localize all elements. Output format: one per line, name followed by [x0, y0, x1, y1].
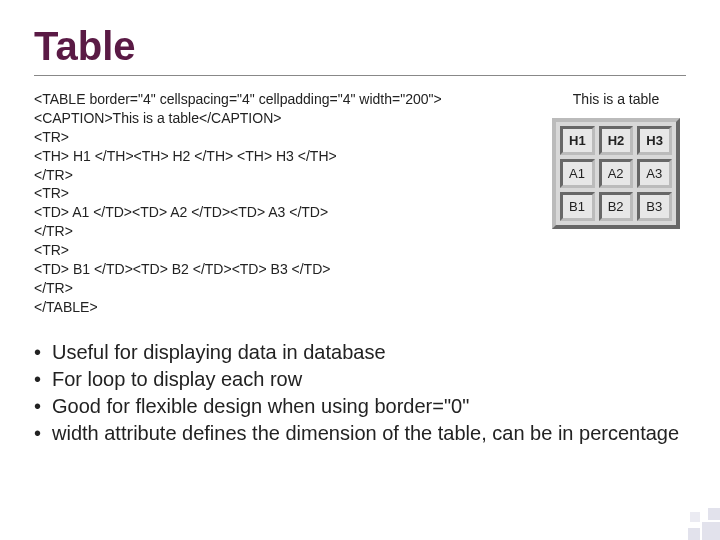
code-block: <TABLE border="4" cellspacing="4" cellpa… — [34, 90, 532, 317]
list-item: •Useful for displaying data in database — [34, 339, 686, 366]
table-header-cell: H3 — [637, 126, 672, 155]
table-caption: This is a table — [546, 90, 686, 108]
demo-table: H1 H2 H3 A1 A2 A3 B1 B2 B3 — [552, 118, 680, 229]
table-cell: B2 — [599, 192, 634, 221]
bullet-dot-icon: • — [34, 420, 52, 447]
table-cell: B3 — [637, 192, 672, 221]
rendered-table-demo: This is a table H1 H2 H3 A1 A2 A3 B1 B2 … — [546, 90, 686, 229]
bullet-dot-icon: • — [34, 339, 52, 366]
list-item-text: width attribute defines the dimension of… — [52, 422, 679, 444]
list-item-text: Good for flexible design when using bord… — [52, 395, 469, 417]
table-row: A1 A2 A3 — [560, 159, 672, 188]
table-header-cell: H2 — [599, 126, 634, 155]
bullet-dot-icon: • — [34, 393, 52, 420]
title-rule — [34, 75, 686, 76]
table-cell: B1 — [560, 192, 595, 221]
list-item: •Good for flexible design when using bor… — [34, 393, 686, 420]
slide-title: Table — [34, 24, 686, 69]
table-header-cell: H1 — [560, 126, 595, 155]
table-cell: A1 — [560, 159, 595, 188]
list-item-text: Useful for displaying data in database — [52, 341, 386, 363]
table-cell: A2 — [599, 159, 634, 188]
content-row: <TABLE border="4" cellspacing="4" cellpa… — [34, 90, 686, 317]
table-row: H1 H2 H3 — [560, 126, 672, 155]
table-cell: A3 — [637, 159, 672, 188]
corner-decoration-icon — [676, 496, 720, 540]
bullet-list: •Useful for displaying data in database … — [34, 339, 686, 447]
bullet-dot-icon: • — [34, 366, 52, 393]
list-item-text: For loop to display each row — [52, 368, 302, 390]
list-item: •For loop to display each row — [34, 366, 686, 393]
table-row: B1 B2 B3 — [560, 192, 672, 221]
list-item: •width attribute defines the dimension o… — [34, 420, 686, 447]
